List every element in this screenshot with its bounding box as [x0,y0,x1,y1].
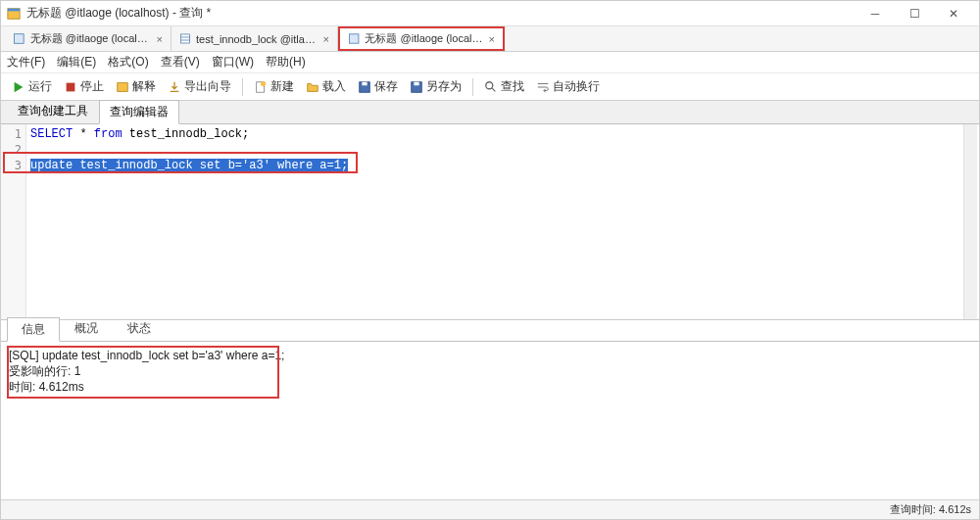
separator [472,78,473,96]
tab-label: 无标题 @itlaoge (localh… [365,31,483,46]
svg-rect-6 [350,34,359,43]
tab-label: test_innodb_lock @itlaog… [196,33,318,45]
close-button[interactable]: ✕ [934,2,973,25]
menu-window[interactable]: 窗口(W) [212,54,254,71]
svg-line-17 [492,87,496,91]
explain-icon [116,80,129,94]
svg-marker-7 [15,81,24,92]
export-icon [168,80,181,94]
minimize-button[interactable]: ─ [856,2,895,25]
svg-rect-3 [181,34,190,43]
svg-rect-1 [8,8,20,11]
sql-editor[interactable]: 1 2 3 SELECT * from test_innodb_lock; up… [1,124,979,320]
maximize-button[interactable]: ☐ [895,2,934,25]
svg-rect-8 [67,82,75,91]
export-button[interactable]: 导出向导 [163,76,236,97]
code-area[interactable]: SELECT * from test_innodb_lock; update t… [26,124,979,319]
play-icon [12,80,25,94]
result-tabs: 信息 概况 状态 [1,320,979,342]
new-button[interactable]: 新建 [249,76,299,97]
doc-tab-1[interactable]: test_innodb_lock @itlaog… × [172,26,338,51]
rtab-info[interactable]: 信息 [7,317,60,342]
menu-edit[interactable]: 编辑(E) [57,54,96,71]
svg-point-16 [486,81,493,88]
app-icon [7,7,21,21]
stop-icon [64,80,77,94]
result-affected: 受影响的行: 1 [9,363,971,379]
run-button[interactable]: 运行 [7,76,57,97]
result-sql: [SQL] update test_innodb_lock set b='a3'… [9,348,971,363]
statusbar: 查询时间: 4.612s [1,499,979,519]
stop-button[interactable]: 停止 [59,76,109,97]
svg-rect-13 [362,81,367,85]
svg-rect-9 [118,82,128,91]
menu-view[interactable]: 查看(V) [161,54,200,71]
results-panel[interactable]: [SQL] update test_innodb_lock set b='a3'… [1,342,979,498]
load-button[interactable]: 载入 [301,76,351,97]
document-tabs: 无标题 @itlaoge (localh… × test_innodb_lock… [1,26,979,52]
close-icon[interactable]: × [489,33,495,45]
doc-tab-2[interactable]: 无标题 @itlaoge (localh… × [338,26,505,51]
separator [242,78,243,96]
save-button[interactable]: 保存 [353,76,403,97]
svg-point-11 [261,80,266,85]
new-icon [254,80,268,94]
query-icon [13,32,25,45]
line-gutter: 1 2 3 [1,124,26,319]
find-button[interactable]: 查找 [479,76,529,97]
window-title: 无标题 @itlaoge (localhost) - 查询 * [26,5,211,22]
saveas-button[interactable]: 另存为 [405,76,466,97]
titlebar: 无标题 @itlaoge (localhost) - 查询 * ─ ☐ ✕ [1,1,979,26]
query-subtabs: 查询创建工具 查询编辑器 [1,101,979,124]
subtab-builder[interactable]: 查询创建工具 [7,99,99,123]
table-icon [179,32,191,45]
svg-rect-2 [15,34,24,44]
explain-button[interactable]: 解释 [111,76,161,97]
save-icon [358,80,371,94]
menu-help[interactable]: 帮助(H) [266,54,306,71]
saveas-icon [410,80,423,94]
menu-file[interactable]: 文件(F) [7,54,45,71]
subtab-editor[interactable]: 查询编辑器 [99,100,179,124]
close-icon[interactable]: × [323,33,329,45]
toolbar: 运行 停止 解释 导出向导 新建 载入 保存 另存为 查找 自动换行 [1,73,979,101]
editor-scrollbar[interactable] [963,124,977,319]
menubar: 文件(F) 编辑(E) 格式(O) 查看(V) 窗口(W) 帮助(H) [1,52,979,73]
close-icon[interactable]: × [157,33,163,45]
svg-rect-15 [414,81,418,85]
wrap-icon [536,80,550,94]
autowrap-button[interactable]: 自动换行 [531,76,605,97]
selected-sql: update test_innodb_lock set b='a3' where… [30,159,348,172]
menu-format[interactable]: 格式(O) [108,54,148,71]
doc-tab-0[interactable]: 无标题 @itlaoge (localh… × [5,26,172,51]
tab-label: 无标题 @itlaoge (localh… [30,31,152,46]
folder-icon [306,80,319,94]
query-icon [348,32,360,45]
result-time: 时间: 4.612ms [9,379,971,395]
search-icon [484,80,498,94]
status-querytime: 查询时间: 4.612s [890,502,971,517]
